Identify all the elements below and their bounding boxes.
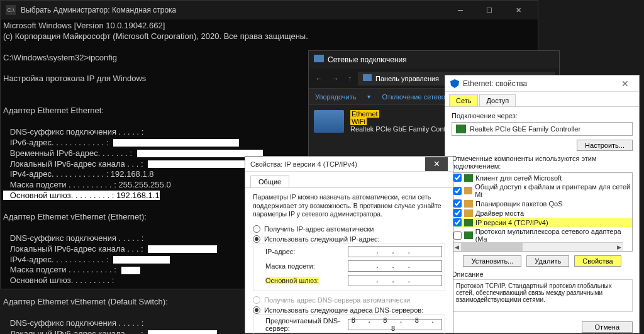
cmd-titlebar[interactable]: C:\ Выбрать Администратор: Командная стр… bbox=[1, 1, 538, 19]
service-icon bbox=[464, 200, 473, 208]
desc-text: Протокол TCP/IP. Стандартный протокол гл… bbox=[452, 279, 633, 312]
list-item[interactable]: Протокол мультиплексора сетевого адаптер… bbox=[452, 227, 632, 243]
disable-menu[interactable]: Отключение сетевого bbox=[382, 93, 451, 101]
remove-button[interactable]: Удалить bbox=[526, 255, 569, 267]
cmd-title: Выбрать Администратор: Командная строка bbox=[21, 6, 446, 14]
scroll-left[interactable]: ◀ bbox=[452, 243, 461, 252]
ep-tabs: Сеть Доступ bbox=[445, 92, 639, 107]
list-item[interactable]: Клиент для сетей Microsoft bbox=[452, 173, 632, 182]
gateway-input[interactable]: . . . bbox=[348, 275, 442, 286]
configure-button[interactable]: Настроить... bbox=[577, 140, 633, 151]
radio-icon[interactable] bbox=[253, 306, 260, 314]
folder-icon bbox=[363, 74, 372, 83]
minimize-button[interactable]: ─ bbox=[446, 1, 475, 19]
ip-address-input[interactable]: . . . bbox=[348, 246, 442, 257]
list-item[interactable]: Драйвер моста bbox=[452, 208, 632, 218]
dns1-input[interactable]: 8 . 8 . 8 . 8 bbox=[348, 319, 442, 330]
checkbox[interactable] bbox=[453, 199, 462, 208]
components-label: Отмеченные компоненты используются этим … bbox=[452, 155, 633, 170]
dns1-label: Предпочитаемый DNS-сервер: bbox=[265, 317, 348, 332]
properties-button[interactable]: Свойства bbox=[574, 255, 621, 267]
subnet-mask-label: Маска подсети: bbox=[265, 262, 348, 270]
checkbox[interactable] bbox=[453, 231, 462, 240]
cmd-icon: C:\ bbox=[6, 5, 16, 15]
adapter-name: Realtek PCIe GbE Family Controller bbox=[470, 125, 580, 133]
close-button[interactable]: ✕ bbox=[616, 79, 634, 89]
close-button[interactable]: ✕ bbox=[504, 1, 533, 19]
svg-rect-1 bbox=[363, 74, 372, 81]
adapter-name: Ethernet bbox=[350, 110, 379, 118]
radio-manual-ip[interactable]: Использовать следующий IP-адрес: bbox=[253, 235, 445, 243]
ep-title: Ethernet: свойства bbox=[463, 79, 616, 88]
back-button[interactable]: ← bbox=[313, 74, 325, 83]
list-item[interactable]: Общий доступ к файлам и принтерам для се… bbox=[452, 182, 632, 199]
service-icon bbox=[464, 209, 473, 217]
ip-tabs: Общие bbox=[245, 172, 453, 188]
connect-via-label: Подключение через: bbox=[452, 112, 633, 120]
protocol-icon bbox=[464, 231, 473, 239]
ipv4-properties-window: Свойства: IP версии 4 (TCP/IPv4) ✕ Общие… bbox=[245, 156, 453, 333]
list-item[interactable]: Планировщик пакетов QoS bbox=[452, 199, 632, 208]
adapter-icon[interactable] bbox=[314, 110, 344, 133]
maximize-button[interactable]: ☐ bbox=[475, 1, 504, 19]
subnet-mask-input[interactable]: . . . bbox=[348, 260, 442, 272]
network-icon bbox=[314, 55, 324, 65]
radio-icon bbox=[253, 296, 260, 304]
radio-manual-dns[interactable]: Использовать следующие адреса DNS-сервер… bbox=[253, 306, 445, 314]
close-button[interactable]: ✕ bbox=[425, 157, 448, 171]
ip-group: IP-адрес: . . . Маска подсети: . . . Осн… bbox=[253, 243, 445, 291]
up-button[interactable]: ↑ bbox=[345, 74, 354, 83]
radio-icon[interactable] bbox=[253, 225, 260, 233]
client-icon bbox=[464, 174, 473, 182]
desc-label: Описание bbox=[452, 270, 633, 278]
service-icon bbox=[464, 187, 472, 194]
checkbox[interactable] bbox=[453, 209, 462, 217]
ip-address-label: IP-адрес: bbox=[265, 248, 348, 255]
cancel-button[interactable]: Отмена bbox=[582, 321, 633, 333]
ip-title: Свойства: IP версии 4 (TCP/IPv4) bbox=[250, 160, 425, 168]
checkbox[interactable] bbox=[453, 218, 462, 226]
checkbox[interactable] bbox=[453, 187, 462, 195]
adapter-status: WiFi bbox=[350, 118, 367, 125]
ip-titlebar[interactable]: Свойства: IP версии 4 (TCP/IPv4) ✕ bbox=[245, 157, 453, 172]
ip-desc: Параметры IP можно назначать автоматичес… bbox=[253, 193, 445, 219]
dns-group: Предпочитаемый DNS-сервер: 8 . 8 . 8 . 8 bbox=[253, 314, 445, 334]
radio-icon[interactable] bbox=[253, 235, 260, 243]
scroll-right[interactable]: ▶ bbox=[614, 243, 623, 252]
scroll-thumb[interactable] bbox=[461, 243, 523, 251]
shield-icon bbox=[450, 79, 459, 88]
tab-access[interactable]: Доступ bbox=[479, 94, 516, 106]
adapter-card-icon bbox=[456, 125, 466, 133]
forward-button[interactable]: → bbox=[329, 74, 341, 83]
list-item-ipv4[interactable]: IP версии 4 (TCP/IPv4) bbox=[452, 218, 632, 227]
components-list[interactable]: Клиент для сетей Microsoft Общий доступ … bbox=[452, 172, 633, 252]
ep-titlebar[interactable]: Ethernet: свойства ✕ bbox=[445, 75, 639, 92]
svg-rect-0 bbox=[314, 55, 324, 62]
radio-auto-ip[interactable]: Получить IP-адрес автоматически bbox=[253, 225, 445, 233]
adapter-box: Realtek PCIe GbE Family Controller bbox=[452, 122, 633, 136]
tab-network[interactable]: Сеть bbox=[449, 94, 478, 106]
radio-auto-dns: Получить адрес DNS-сервера автоматически bbox=[253, 296, 445, 304]
tab-general[interactable]: Общие bbox=[250, 175, 289, 187]
protocol-icon bbox=[464, 219, 473, 226]
ethernet-properties-window: Ethernet: свойства ✕ Сеть Доступ Подключ… bbox=[445, 75, 640, 333]
nc-title: Сетевые подключения bbox=[328, 55, 407, 64]
organize-menu[interactable]: Упорядочить bbox=[315, 93, 356, 101]
gateway-label: Основной шлюз: bbox=[265, 277, 348, 284]
nc-titlebar[interactable]: Сетевые подключения bbox=[309, 51, 559, 69]
checkbox[interactable] bbox=[453, 174, 462, 182]
h-scrollbar[interactable]: ◀ ▶ bbox=[452, 242, 623, 251]
install-button[interactable]: Установить... bbox=[463, 255, 521, 267]
